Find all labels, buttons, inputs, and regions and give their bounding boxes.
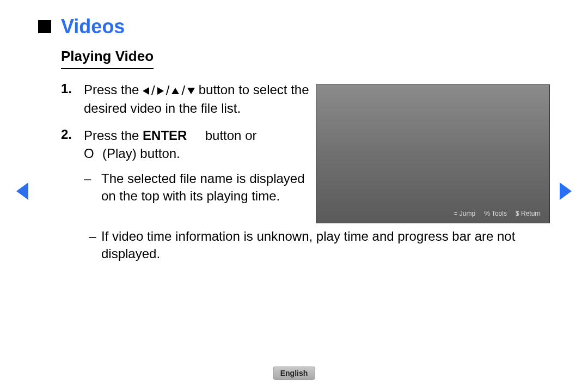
dash-icon: – [84, 228, 101, 263]
video-preview: = Jump % Tools $ Return [316, 84, 550, 223]
footer-return: $ Return [516, 210, 541, 217]
step-body: Press the / / / button to select the des… [84, 81, 310, 117]
arrow-right-icon [157, 87, 164, 95]
steps-list: 1. Press the / / / button to select the … [61, 81, 310, 213]
arrow-left-icon [143, 87, 149, 95]
enter-label: ENTER [143, 128, 187, 143]
video-footer: = Jump % Tools $ Return [454, 210, 541, 217]
outer-bullet-row: – If video time information is unknown, … [84, 228, 550, 263]
page-title: Videos [61, 15, 125, 38]
step-number: 1. [61, 81, 84, 117]
instructions-column: 1. Press the / / / button to select the … [38, 81, 310, 223]
bullet-text: If video time information is unknown, pl… [101, 228, 550, 263]
dpad-icons: / / / [143, 82, 195, 99]
step-text-post: (Play) button. [99, 146, 180, 161]
title-bullet-icon [38, 20, 51, 33]
inner-bullets: – The selected file name is displayed on… [84, 170, 310, 205]
arrow-down-icon [187, 88, 195, 94]
prev-page-arrow[interactable] [16, 182, 28, 200]
step-item: 2. Press the ENTER button or O (Play) bu… [61, 127, 310, 213]
arrow-up-icon [171, 88, 179, 94]
step-item: 1. Press the / / / button to select the … [61, 81, 310, 117]
content-row: 1. Press the / / / button to select the … [38, 81, 550, 223]
manual-page: Videos Playing Video 1. Press the / / / [0, 0, 588, 384]
step-text-mid: button or [201, 128, 256, 143]
step-body: Press the ENTER button or O (Play) butto… [84, 127, 310, 213]
bullet-item: – The selected file name is displayed on… [84, 170, 310, 205]
language-badge: English [273, 367, 315, 380]
next-page-arrow[interactable] [560, 182, 572, 200]
footer-tools: % Tools [484, 210, 507, 217]
step-text-pre: Press the [84, 82, 143, 97]
section-subtitle: Playing Video [61, 48, 154, 69]
step-number: 2. [61, 127, 84, 213]
play-icon: O [84, 146, 95, 161]
bullet-text: The selected file name is displayed on t… [101, 170, 310, 205]
title-row: Videos [38, 15, 550, 38]
dash-icon: – [84, 170, 101, 205]
step-text-pre: Press the [84, 128, 143, 143]
footer-jump: = Jump [454, 210, 475, 217]
